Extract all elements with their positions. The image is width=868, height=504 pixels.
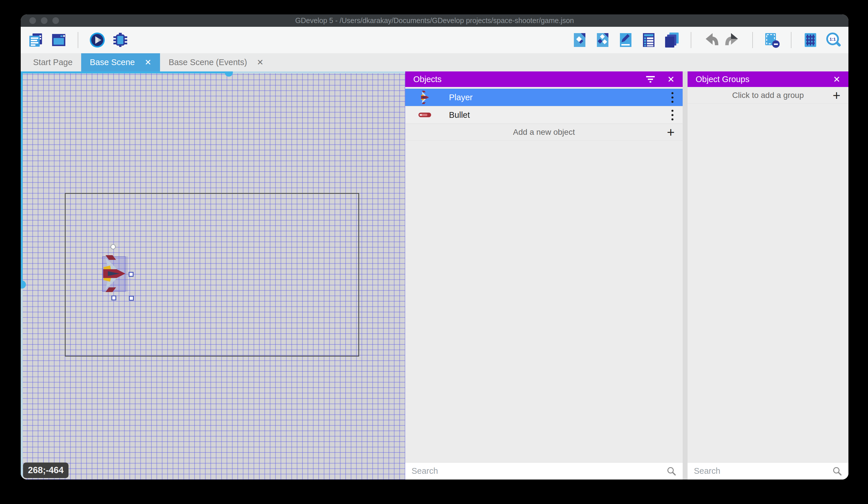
resize-handle-right[interactable] [128,272,134,277]
filter-icon[interactable] [645,75,655,83]
properties-icon[interactable] [618,32,634,48]
groups-panel-title: Object Groups [696,74,821,84]
groups-panel-header: Object Groups ✕ [688,71,848,87]
canvas-hscroll-knob[interactable] [225,71,233,77]
kebab-menu-icon[interactable] [670,108,675,122]
tab-label: Base Scene (Events) [169,58,247,67]
canvas-vscroll-fill [21,71,23,284]
play-icon[interactable] [89,32,105,48]
bullet-thumbnail [418,112,432,118]
minimize-window-button[interactable] [41,17,48,24]
search-icon[interactable] [666,466,676,476]
toolbar-right-group: 1:1 [571,32,841,48]
scene-window-icon[interactable] [51,32,67,48]
content-area: 268;-464 Objects ✕ [21,71,848,480]
objects-panel-header: Objects ✕ [405,71,683,87]
close-panel-icon[interactable]: ✕ [833,74,840,84]
project-manager-icon[interactable] [28,32,44,48]
objects-editor-icon[interactable] [571,32,588,48]
undo-icon[interactable] [702,32,719,48]
plus-icon: + [667,125,675,139]
toolbar-divider [752,32,753,48]
zoom-1-1-icon[interactable]: 1:1 [825,32,841,48]
objects-panel-title: Objects [413,74,645,84]
player-ship-instance[interactable] [101,255,127,292]
object-row-player[interactable]: Player [405,89,683,106]
tab-start-page[interactable]: Start Page [24,53,81,71]
canvas-hscroll-fill [21,71,229,73]
resize-handle-bottom[interactable] [111,295,116,300]
add-object-button[interactable]: Add a new object + [405,124,683,141]
close-tab-icon[interactable]: ✕ [257,58,264,67]
add-group-button[interactable]: Click to add a group + [688,87,848,104]
object-groups-icon[interactable] [595,32,611,48]
toolbar-divider [791,32,792,48]
grid-icon[interactable] [802,32,818,48]
selection-bound-line [127,256,127,292]
panel-divider[interactable] [683,71,688,480]
cursor-coordinates-badge: 268;-464 [23,463,69,478]
objects-search-bar [405,462,683,480]
redo-icon[interactable] [725,32,741,48]
player-ship-thumbnail [418,91,432,104]
objects-panel-empty-area [405,141,683,462]
tab-label: Start Page [33,58,73,67]
scene-canvas[interactable]: 268;-464 [21,71,405,480]
tab-base-scene[interactable]: Base Scene ✕ [81,53,160,71]
toolbar-left-group [28,32,128,48]
plus-icon: + [833,89,840,102]
close-panel-icon[interactable]: ✕ [668,74,675,84]
search-icon[interactable] [832,466,842,476]
close-window-button[interactable] [29,17,36,24]
objects-panel: Objects ✕ [405,71,683,480]
kebab-menu-icon[interactable] [670,90,675,104]
traffic-lights [29,17,59,24]
toolbar-divider [691,32,691,48]
window-title: GDevelop 5 - /Users/dkarakay/Documents/G… [21,17,848,25]
groups-search-input[interactable] [694,466,832,476]
app-window: GDevelop 5 - /Users/dkarakay/Documents/G… [21,14,848,480]
layers-icon[interactable] [664,32,680,48]
object-groups-panel: Object Groups ✕ Click to add a group + [688,71,848,480]
debug-icon[interactable] [112,32,128,48]
object-name: Player [449,93,670,102]
object-row-bullet[interactable]: Bullet [405,106,683,124]
resize-handle-bottom-right[interactable] [129,296,134,301]
instances-list-icon[interactable] [641,32,657,48]
title-bar: GDevelop 5 - /Users/dkarakay/Documents/G… [21,14,848,27]
add-group-label: Click to add a group [732,91,804,100]
tab-base-scene-events[interactable]: Base Scene (Events) ✕ [160,53,272,71]
add-object-label: Add a new object [513,128,575,137]
zoom-window-button[interactable] [52,17,59,24]
mask-instances-icon[interactable] [764,32,780,48]
screenshot-root: { "window": { "title": "GDevelop 5 - /Us… [0,0,868,504]
tab-bar: Start Page Base Scene ✕ Base Scene (Even… [21,53,848,71]
zoom-ratio-label: 1:1 [829,37,836,41]
tab-label: Base Scene [90,58,135,67]
toolbar-divider [78,32,78,48]
groups-panel-empty-area [688,104,848,462]
rotate-handle[interactable] [111,244,116,249]
objects-search-input[interactable] [412,466,666,476]
close-tab-icon[interactable]: ✕ [144,58,151,67]
main-toolbar: 1:1 [21,27,848,53]
canvas-vscroll-knob[interactable] [21,281,26,289]
object-name: Bullet [449,110,670,120]
groups-search-bar [688,462,848,480]
